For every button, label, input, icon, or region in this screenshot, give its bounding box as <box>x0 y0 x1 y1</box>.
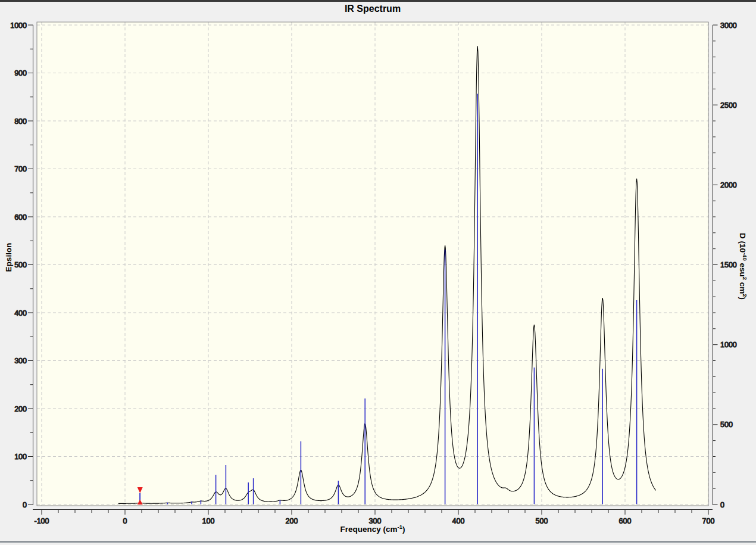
label-text: esu <box>738 261 747 277</box>
tick-label: 0 <box>720 501 724 509</box>
superscript-text: 2 <box>742 294 748 297</box>
label-text: ) <box>738 297 747 300</box>
y-axis-right: 050010001500200025003000 <box>713 21 737 509</box>
superscript-text: -1 <box>398 524 402 530</box>
tick-label: 300 <box>14 357 27 365</box>
plot-background <box>37 22 708 506</box>
label-text: Frequency (cm <box>340 525 398 534</box>
tick-label: 800 <box>14 117 27 126</box>
label-text: D (10 <box>738 233 747 253</box>
tick-label: 0 <box>23 501 27 509</box>
tick-label: 600 <box>14 213 27 222</box>
superscript-text: 2 <box>742 277 748 280</box>
tick-label: 500 <box>720 421 733 429</box>
tick-label: 100 <box>14 453 27 461</box>
tick-label: 1000 <box>720 341 737 349</box>
tick-label: 0 <box>123 517 127 525</box>
tick-label: 700 <box>702 517 715 525</box>
window-bottom-edge <box>0 541 756 543</box>
ir-spectrum-window: IR Spectrum -100010020030040050060070001… <box>0 0 756 545</box>
tick-label: 100 <box>202 517 215 525</box>
tick-label: 2000 <box>720 181 737 189</box>
spectrum-plot-canvas: -100010020030040050060070001002003004005… <box>0 0 756 545</box>
tick-label: 2500 <box>720 101 737 110</box>
y-axis-left: 01002003004005006007008009001000 <box>10 21 33 509</box>
x-axis-label-frequency: Frequency (cm-1) <box>340 525 405 534</box>
tick-label: 3000 <box>720 21 737 30</box>
label-text: cm <box>738 280 747 294</box>
tick-label: 1000 <box>10 21 27 30</box>
superscript-text: -40 <box>742 253 748 261</box>
tick-label: 900 <box>14 69 27 77</box>
tick-label: 600 <box>619 517 632 525</box>
tick-label: 700 <box>14 165 27 173</box>
tick-label: -100 <box>34 517 49 525</box>
y-axis-label-epsilon: Epsilon <box>4 243 13 272</box>
y-axis-label-dipole-strength: D (10-40 esu2 cm2) <box>738 233 747 300</box>
x-axis: -1000100200300400500600700 <box>33 510 714 526</box>
tick-label: 400 <box>14 309 27 317</box>
tick-label: 200 <box>286 517 298 525</box>
tick-label: 500 <box>14 261 27 269</box>
label-text: ) <box>402 525 405 534</box>
tick-label: 500 <box>536 517 548 525</box>
tick-label: 1500 <box>720 261 737 269</box>
tick-label: 400 <box>452 517 465 525</box>
tick-label: 200 <box>14 405 27 413</box>
